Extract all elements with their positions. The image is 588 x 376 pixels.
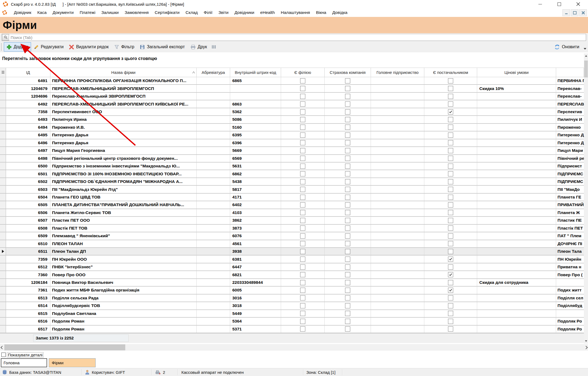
branch-checkbox[interactable] [300, 249, 305, 254]
minimize-button[interactable] [534, 0, 546, 8]
insurance-checkbox[interactable] [345, 78, 350, 83]
tab-home[interactable]: Головна [1, 358, 47, 367]
table-row[interactable]: 6503ПІІ "МакДональдз Юкрейн Лтд"5817ПІІ … [0, 186, 584, 193]
row-selector-cell[interactable] [0, 147, 6, 154]
insurance-checkbox[interactable] [345, 288, 350, 293]
row-selector-header[interactable] [0, 68, 6, 77]
column-header-abbr[interactable]: Абревіатура [197, 68, 230, 77]
menu-item-ehealth[interactable]: eHealth [257, 9, 278, 16]
supplier-checkbox[interactable] [448, 156, 453, 161]
supplier-checkbox[interactable] [448, 171, 453, 176]
scroll-left-button[interactable] [0, 344, 4, 351]
mdi-restore-button[interactable] [571, 9, 578, 16]
supplier-checkbox[interactable] [448, 326, 453, 332]
insurance-checkbox[interactable] [345, 133, 350, 138]
supplier-checkbox[interactable] [448, 179, 453, 184]
show-details-label[interactable]: Показувати деталі [7, 352, 44, 357]
table-row[interactable]: 7361Подих життя МБФ Благодійна організац… [0, 287, 584, 294]
supplier-checkbox[interactable] [448, 249, 453, 254]
insurance-checkbox[interactable] [345, 218, 350, 223]
row-selector-cell[interactable] [0, 318, 6, 325]
export-button[interactable]: Загальний експорт [137, 42, 187, 52]
supplier-checkbox[interactable] [448, 233, 453, 239]
insurance-checkbox[interactable] [345, 171, 350, 176]
filter-button[interactable]: Фільтр [111, 42, 137, 52]
table-row[interactable]: 6491ПЕРВИННА ПРОФСПІЛКОВА ОРГАНІЗАЦІЯ КО… [0, 77, 584, 85]
refresh-button[interactable]: Оновити [554, 44, 579, 50]
column-header-name[interactable]: Назва фірми [50, 68, 197, 77]
horizontal-scrollbar[interactable] [0, 344, 588, 351]
supplier-checkbox[interactable] [448, 311, 453, 316]
branch-checkbox[interactable] [300, 225, 305, 231]
insurance-checkbox[interactable] [345, 272, 350, 277]
table-row[interactable]: 6505ПЛАНЕТА ДИТИНСТВА"ПРИВАТНИЙ ДОШКІЛЬН… [0, 201, 584, 209]
supplier-checkbox[interactable] [448, 195, 453, 200]
supplier-checkbox[interactable] [448, 218, 453, 223]
column-header-branch[interactable]: Є філією [281, 68, 325, 77]
insurance-checkbox[interactable] [345, 303, 350, 308]
table-row[interactable]: 6498Північний регіональний центр страхов… [0, 155, 584, 163]
row-selector-cell[interactable] [0, 124, 6, 131]
branch-checkbox[interactable] [300, 179, 305, 184]
table-row[interactable]: 6495Питеренко Дарья6395Питеренко Д [0, 131, 584, 139]
table-row[interactable]: 1204696Переяслав-Хмельницький ЗВІРОПЛЕМГ… [0, 93, 584, 100]
branch-checkbox[interactable] [300, 202, 305, 207]
column-chooser-icon[interactable] [211, 44, 216, 49]
branch-checkbox[interactable] [300, 303, 305, 308]
table-row[interactable]: 6492ПЕРЕЯСЛАВ-ХМЕЛЬНИЦЬКИЙ ЗВІРОПЛЕМГОСП… [0, 100, 584, 108]
supplier-checkbox[interactable] [448, 280, 453, 285]
supplier-checkbox[interactable] [448, 86, 453, 91]
column-header-barcode[interactable]: Внутрішній штрих-код [230, 68, 281, 77]
column-header-id[interactable]: ІД [6, 68, 50, 77]
mdi-minimize-button[interactable] [562, 9, 570, 16]
show-details-checkbox[interactable] [1, 353, 6, 357]
supplier-checkbox[interactable] [448, 117, 453, 122]
insurance-checkbox[interactable] [345, 109, 350, 115]
insurance-checkbox[interactable] [345, 241, 350, 246]
mdi-close-button[interactable] [579, 9, 587, 16]
insurance-checkbox[interactable] [345, 179, 350, 184]
menu-item-довідник[interactable]: Довідник [11, 9, 34, 16]
branch-checkbox[interactable] [300, 280, 305, 285]
supplier-checkbox[interactable] [448, 241, 453, 246]
supplier-checkbox[interactable] [448, 187, 453, 192]
branch-checkbox[interactable] [300, 233, 305, 239]
row-selector-cell[interactable] [0, 155, 6, 162]
branch-checkbox[interactable] [300, 326, 305, 332]
insurance-checkbox[interactable] [345, 156, 350, 161]
supplier-checkbox[interactable] [448, 295, 453, 300]
refresh-dropdown-icon[interactable] [584, 48, 586, 50]
supplier-checkbox[interactable] [448, 140, 453, 145]
table-row[interactable]: 6513Поділля сельска Рада3016Поділля сел [0, 294, 584, 302]
row-selector-cell[interactable] [0, 178, 6, 185]
supplier-checkbox[interactable] [448, 303, 453, 308]
branch-checkbox[interactable] [300, 148, 305, 153]
search-button[interactable] [2, 34, 9, 41]
insurance-checkbox[interactable] [345, 233, 350, 239]
column-header-name2[interactable] [556, 68, 584, 77]
row-selector-cell[interactable] [0, 255, 6, 263]
branch-checkbox[interactable] [300, 272, 305, 277]
branch-checkbox[interactable] [300, 101, 305, 107]
row-selector-cell[interactable] [0, 302, 6, 309]
supplier-checkbox[interactable] [448, 210, 453, 215]
menu-item-склад[interactable]: Склад [182, 9, 201, 16]
row-selector-cell[interactable] [0, 131, 6, 139]
branch-checkbox[interactable] [300, 140, 305, 145]
insurance-checkbox[interactable] [345, 187, 350, 192]
branch-checkbox[interactable] [300, 218, 305, 223]
table-row[interactable]: 6504Планета ГЕО ЦІВД ТОВ4171Планета ГЕ [0, 194, 584, 201]
branch-checkbox[interactable] [300, 125, 305, 130]
table-row[interactable]: 6494Пироженко И.В.5160Пироженко [0, 124, 584, 131]
insurance-checkbox[interactable] [345, 311, 350, 316]
branch-checkbox[interactable] [300, 171, 305, 176]
row-selector-cell[interactable] [0, 85, 6, 92]
table-row[interactable]: 6496Питеренко Дарья6396Питеренко Д [0, 139, 584, 147]
search-input[interactable] [9, 35, 586, 40]
restore-button[interactable] [553, 0, 565, 8]
row-selector-cell[interactable] [0, 217, 6, 224]
row-selector-cell[interactable] [0, 279, 6, 286]
insurance-checkbox[interactable] [345, 257, 350, 262]
print-button[interactable]: Друк [188, 42, 210, 52]
branch-checkbox[interactable] [300, 109, 305, 115]
